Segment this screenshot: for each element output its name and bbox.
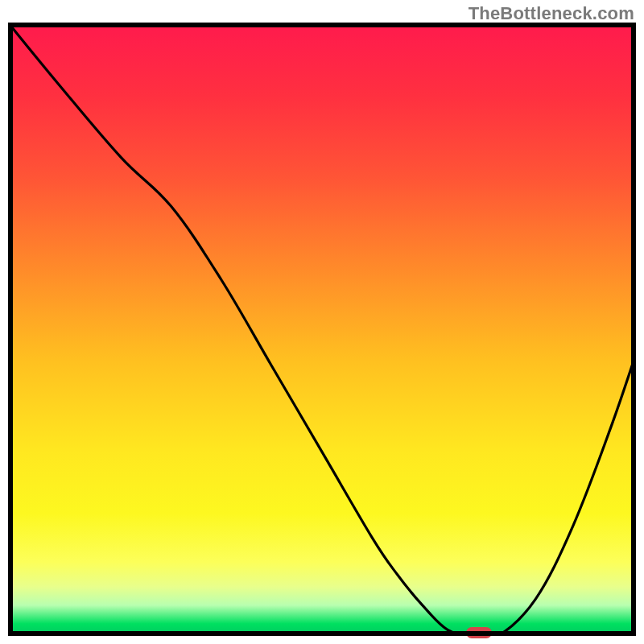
plot-area bbox=[8, 23, 636, 636]
curve-svg bbox=[8, 23, 636, 636]
watermark-text: TheBottleneck.com bbox=[469, 3, 634, 24]
bottleneck-curve bbox=[8, 23, 636, 636]
chart-stage: TheBottleneck.com bbox=[0, 0, 644, 644]
